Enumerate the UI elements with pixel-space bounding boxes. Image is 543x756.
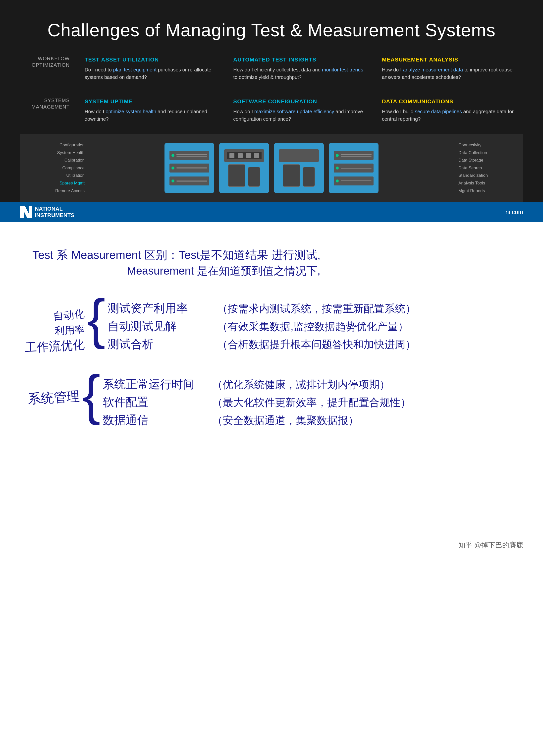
device-card-4 <box>329 143 379 193</box>
row-label-systems: SYSTEMSMANAGEMENT <box>20 95 77 126</box>
rack-1a <box>169 151 209 160</box>
brace-s-right-1: （优化系统健康，减排计划内停项期） <box>212 378 390 392</box>
brace-left-3: 测试合析 <box>108 337 212 352</box>
brace-section-workflow: 自动化 利用率 工作流优化 { 测试资产利用率 （按需求内测试系统，按需重新配置… <box>20 293 523 354</box>
brace-s-left-1: 系统正常运行时间 <box>103 377 207 392</box>
display-2 <box>224 149 264 162</box>
card-body-data-comms: How do I build secure data pipelines and… <box>382 108 516 123</box>
card-title-uptime: SYSTEM UPTIME <box>85 98 218 105</box>
tablet-3 <box>283 164 300 187</box>
label-data-storage: Data Storage <box>458 157 503 164</box>
label-spares: Spares Mgmt <box>40 179 85 187</box>
left-device-labels: Configuration System Health Calibration … <box>40 141 90 195</box>
card-automated-test: AUTOMATED TEST INSIGHTS How do I efficie… <box>226 53 374 85</box>
phone-2 <box>248 167 260 187</box>
label-calibration: Calibration <box>40 157 85 164</box>
bottom-spacer <box>20 443 523 542</box>
label-system-health: System Health <box>40 149 85 157</box>
rack-4a <box>334 151 374 160</box>
label-data-search: Data Search <box>458 164 503 172</box>
hw-line1: Test 系 Measurement 区别：Test是不知道结果 进行测试, <box>32 247 523 263</box>
content-grid-row2: SYSTEMSMANAGEMENT SYSTEM UPTIME How do I… <box>20 95 523 131</box>
ni-footer: NATIONAL INSTRUMENTS ni.com <box>0 202 543 222</box>
label-utilization: Utilization <box>40 172 85 179</box>
hw-annotation-left1: 自动化 <box>53 307 85 324</box>
svg-marker-0 <box>20 206 32 218</box>
label-analysis-tools: Analysis Tools <box>458 179 503 187</box>
brace-s-left-3: 数据通信 <box>103 412 207 428</box>
label-mgmt-reports: Mgmt Reports <box>458 187 503 195</box>
ni-logo: NATIONAL INSTRUMENTS <box>20 206 74 219</box>
label-connectivity: Connectivity <box>458 141 503 149</box>
card-title-software: SOFTWARE CONFIGURATION <box>233 98 367 105</box>
brace-right-2: （有效采集数据,监控数据趋势优化产量） <box>217 320 408 334</box>
device-illustrations <box>90 143 453 193</box>
rack-4b <box>334 164 374 173</box>
rack-1b <box>169 164 209 173</box>
card-body-test-asset: Do I need to plan test equipment purchas… <box>85 66 218 81</box>
brace-items-systems: 系统正常运行时间 （优化系统健康，减排计划内停项期） 软件配置 （最大化软件更新… <box>103 369 411 428</box>
hw-line2: Measurement 是在知道预到值之情况下, <box>32 263 523 279</box>
brace-section-systems: 系统管理 { 系统正常运行时间 （优化系统健康，减排计划内停项期） 软件配置 （… <box>20 369 523 428</box>
hw-annotation-left2: 利用率 <box>54 323 85 338</box>
brace-items-workflow: 测试资产利用率 （按需求内测试系统，按需重新配置系统） 自动测试见解 （有效采集… <box>108 293 416 354</box>
label-remote-access: Remote Access <box>40 187 85 195</box>
label-standardization: Standardization <box>458 172 503 179</box>
brace-s-right-3: （安全数据通道，集聚数据报） <box>212 413 359 427</box>
brace-row-s2: 软件配置 （最大化软件更新效率，提升配置合规性） <box>103 395 411 410</box>
highlight-maximize: maximize software update efficiency <box>254 109 334 114</box>
devices-2-row <box>228 164 260 187</box>
card-test-asset: TEST ASSET UTILIZATION Do I need to plan… <box>77 53 226 85</box>
hw-definition-block: Test 系 Measurement 区别：Test是不知道结果 进行测试, M… <box>20 247 523 278</box>
label-configuration: Configuration <box>40 141 85 149</box>
brace-right-3: （合析数据提升根本问题答快和加快进周） <box>217 338 416 351</box>
ni-name-line1: NATIONAL <box>35 206 74 212</box>
brace-row-s1: 系统正常运行时间 （优化系统健康，减排计划内停项期） <box>103 377 411 392</box>
ni-name-line2: INSTRUMENTS <box>35 212 74 219</box>
highlight-secure-data: secure data pipelines <box>415 109 462 114</box>
right-device-labels: Connectivity Data Collection Data Storag… <box>453 141 503 195</box>
devices-section: Configuration System Health Calibration … <box>20 134 523 202</box>
label-compliance: Compliance <box>40 164 85 172</box>
brace-symbol-1: { <box>87 293 105 354</box>
card-body-measurement: How do I analyze measurement data to imp… <box>382 66 516 81</box>
ni-url: ni.com <box>505 209 523 216</box>
card-body-uptime: How do I optimize system health and redu… <box>85 108 218 123</box>
brace-s-right-2: （最大化软件更新效率，提升配置合规性） <box>212 396 411 409</box>
device-card-3 <box>274 143 324 193</box>
device-card-1 <box>164 143 214 193</box>
white-section: Test 系 Measurement 区别：Test是不知道结果 进行测试, M… <box>0 222 543 557</box>
highlight-optimize: optimize system health <box>106 109 156 114</box>
ni-logo-icon <box>20 206 32 218</box>
card-title-automated: AUTOMATED TEST INSIGHTS <box>233 57 367 63</box>
brace-left-2: 自动测试见解 <box>108 319 212 334</box>
label-data-collection: Data Collection <box>458 149 503 157</box>
brace-right-1: （按需求内测试系统，按需重新配置系统） <box>217 302 416 316</box>
card-body-software: How do I maximize software update effici… <box>233 108 367 123</box>
dark-presentation-section: Challenges of Managing Test & Measuremen… <box>0 0 543 202</box>
brace-symbol-2: { <box>82 369 100 428</box>
brace-row-2: 自动测试见解 （有效采集数据,监控数据趋势优化产量） <box>108 319 416 334</box>
device-card-2 <box>219 143 269 193</box>
card-title-measurement: MEASUREMENT ANALYSIS <box>382 57 516 63</box>
card-data-comms: DATA COMMUNICATIONS How do I build secur… <box>375 95 523 126</box>
brace-row-1: 测试资产利用率 （按需求内测试系统，按需重新配置系统） <box>108 301 416 316</box>
display-3 <box>279 149 319 162</box>
highlight-plan-test: plan test equipment <box>113 67 157 72</box>
main-title: Challenges of Managing Test & Measuremen… <box>20 10 523 53</box>
devices-3-row <box>283 164 315 187</box>
card-system-uptime: SYSTEM UPTIME How do I optimize system h… <box>77 95 226 126</box>
tablet-2 <box>228 164 245 187</box>
highlight-monitor: monitor test trends <box>322 67 363 72</box>
content-grid-row1: WORKFLOWOPTIMIZATION TEST ASSET UTILIZAT… <box>20 53 523 90</box>
brace-left-1: 测试资产利用率 <box>108 301 212 316</box>
card-title-test-asset: TEST ASSET UTILIZATION <box>85 57 218 63</box>
section-label-workflow: 自动化 利用率 工作流优化 <box>25 293 85 354</box>
card-title-data-comms: DATA COMMUNICATIONS <box>382 98 516 105</box>
brace-row-3: 测试合析 （合析数据提升根本问题答快和加快进周） <box>108 337 416 352</box>
rack-4c <box>334 176 374 185</box>
phone-3 <box>303 167 315 187</box>
hw-annotation-left3: 工作流优化 <box>24 337 85 356</box>
rack-1c <box>169 176 209 185</box>
card-body-automated: How do I efficiently collect test data a… <box>233 66 367 81</box>
